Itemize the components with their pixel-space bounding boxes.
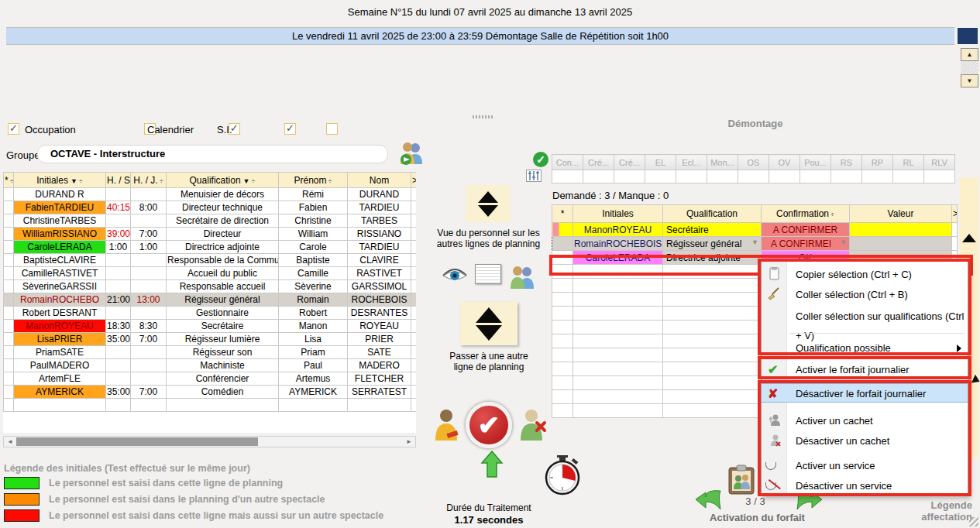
validate-button[interactable]: ✔	[466, 402, 512, 448]
group-people-icon[interactable]	[398, 141, 426, 166]
legend-item: Le personnel est saisi dans cette ligne …	[4, 509, 383, 522]
occupation-label: Occupation	[25, 124, 76, 135]
event-name-title: Démontage	[697, 118, 813, 129]
personnel-table: *÷ Initiales▼÷ H. / S.÷ H. / J.÷ Qualifi…	[3, 172, 416, 433]
filter-icon[interactable]: ▼	[70, 177, 77, 185]
annotation-activate-forfait	[758, 356, 971, 379]
scroll-right-icon[interactable]: ►	[404, 437, 414, 446]
col-confirmation: Confirmation÷	[762, 205, 850, 223]
personnel-hscrollbar[interactable]: ◄ ►	[3, 436, 416, 447]
forfait-counter: 3 / 3	[736, 495, 775, 507]
event-bar-endcap	[958, 28, 978, 44]
si-label: S.I.	[217, 124, 232, 135]
extra-checkbox-1[interactable]	[284, 123, 296, 135]
up-triangle-icon	[478, 191, 498, 203]
annotation-menu-top	[758, 259, 971, 355]
groupe-label: Groupe	[6, 149, 40, 161]
competence-empty-row	[552, 170, 955, 183]
legende-affectation-label: Légende affectation	[899, 499, 972, 523]
calendrier-label: Calendrier	[147, 124, 194, 135]
table-row[interactable]: ArtemFLEConférencierArtemusFLETCHER	[4, 372, 417, 386]
table-row[interactable]: BaptisteCLAVIREResponsable de la CommuBa…	[4, 254, 417, 267]
scroll-left-icon[interactable]: ◄	[5, 437, 15, 446]
table-row[interactable]: ChristineTARBESSecrétaire de directionCh…	[4, 214, 417, 228]
legend-item: Le personnel est saisi dans cette ligne …	[4, 477, 283, 489]
table-row[interactable]: AYMERICK35:007:00ComédienAYMERICKSERRATE…	[4, 386, 417, 399]
affectation-row[interactable]: ManonROYEAU Secrétaire A CONFIRMER	[552, 223, 958, 237]
stopwatch-icon	[543, 455, 582, 495]
table-row-selected[interactable]: RomainROCHEBO21:0013:00Régisseur général…	[4, 293, 417, 307]
scroll-track[interactable]	[961, 61, 978, 74]
planning-list-icon[interactable]	[475, 264, 501, 284]
down-triangle-icon	[478, 205, 498, 217]
table-row-empty	[4, 399, 417, 412]
up-arrow-icon: ▲	[967, 51, 973, 58]
dropdown-icon[interactable]: ▼	[840, 238, 847, 246]
table-row[interactable]: SèverineGARSSIIResponsable accueilSèveri…	[4, 280, 417, 293]
legend-green-swatch	[4, 477, 40, 489]
personnel-table-header[interactable]: *÷ Initiales▼÷ H. / S.÷ H. / J.÷ Qualifi…	[4, 173, 417, 188]
resize-grip-icon[interactable]	[969, 517, 978, 526]
col-qualification: Qualification▼÷	[167, 173, 279, 188]
switch-planning-line-button[interactable]	[460, 302, 518, 345]
col-more[interactable]: >	[952, 205, 958, 223]
sort-icon[interactable]: ÷	[160, 177, 163, 185]
table-row[interactable]: CaroleLERADA1:001:00Directrice adjointeC…	[4, 241, 417, 254]
scroll-up-button[interactable]: ▲	[961, 48, 978, 61]
col-more[interactable]: >	[411, 173, 417, 188]
scroll-down-button[interactable]: ▼	[961, 74, 978, 87]
col-valeur: Valeur	[850, 205, 952, 223]
prev-arrow-icon[interactable]	[695, 488, 721, 511]
top-right-scrollbar[interactable]: ▲ ▼	[961, 48, 978, 87]
clipboard-people-icon[interactable]	[727, 465, 756, 495]
table-row[interactable]: CamilleRASTIVETAccueil du publicCamilleR…	[4, 267, 417, 280]
occupation-checkbox[interactable]	[8, 123, 19, 135]
event-summary-bar: Le vendredi 11 avril 2025 de 23:00 à 23:…	[6, 27, 954, 45]
equalizer-icon[interactable]	[526, 170, 542, 182]
affectation-row-selected[interactable]: RomainROCHEBOIS Régisseur général▼ A CON…	[552, 237, 958, 251]
table-row[interactable]: ManonROYEAU18:308:30SecrétaireManonROYEA…	[4, 320, 417, 333]
col-nom: Nom	[348, 173, 411, 188]
eye-icon[interactable]	[442, 266, 468, 283]
scroll-up-triangle-icon[interactable]	[962, 234, 976, 242]
sort-icon[interactable]: ÷	[252, 177, 256, 185]
splitter-grip[interactable]	[473, 115, 494, 118]
col-star: *÷	[4, 173, 14, 188]
demande-status: Demandé : 3 / Manque : 0	[552, 190, 669, 201]
table-row[interactable]: PriamSATERégisseur sonPriamSATE	[4, 346, 417, 359]
table-row[interactable]: DURAND RMenuisier de décorsRémiDURAND	[4, 188, 417, 201]
affectation-table-header[interactable]: * Initiales Qualification Confirmation÷ …	[552, 205, 958, 223]
page-title: Semaine N°15 du lundi 07 avril 2025 au d…	[0, 6, 980, 18]
annotation-menu-bottom	[758, 380, 971, 496]
legend-red-swatch	[4, 509, 40, 522]
person-deselect-icon[interactable]	[518, 409, 548, 441]
legend-orange-swatch	[4, 493, 40, 506]
table-row[interactable]: LisaPRIER35:007:00Régisseur lumièreLisaP…	[4, 333, 417, 346]
groupe-input[interactable]: OCTAVE - Interstructure	[37, 145, 388, 163]
activation-forfait-label: Activation du forfait	[701, 512, 813, 523]
scroll-thumb[interactable]	[16, 437, 258, 446]
up-arrow-icon[interactable]	[480, 451, 504, 478]
legend-item: Le personnel est saisi dans le planning …	[4, 493, 325, 506]
table-row[interactable]: PaulMADEROMachinistePaulMADERO	[4, 359, 417, 372]
sort-icon[interactable]: ÷	[830, 211, 834, 218]
table-row[interactable]: FabienTARDIEU40:158:00Directeur techniqu…	[4, 201, 417, 214]
down-arrow-icon: ▼	[967, 77, 973, 84]
view-other-lines-button[interactable]	[466, 185, 511, 222]
legend-title: Légende des initiales (Test effectué sur…	[4, 463, 250, 474]
dropdown-icon[interactable]: ▼	[751, 238, 758, 246]
people-icon[interactable]	[508, 265, 538, 290]
ok-status-icon[interactable]: ✓	[533, 152, 548, 167]
sort-icon[interactable]: ÷	[79, 177, 83, 185]
filter-icon[interactable]: ▼	[243, 177, 250, 185]
sort-icon[interactable]: ÷	[10, 177, 14, 185]
competence-header-row[interactable]: Con...Cré...Cré...ELEcl...Mon...OSOVPou.…	[552, 155, 955, 170]
col-star: *	[552, 205, 573, 223]
col-prenom: Prénom÷	[279, 173, 348, 188]
person-remove-icon[interactable]	[432, 409, 461, 441]
table-row[interactable]: Robert DESRANTGestionnaireRobertDESRANTE…	[4, 307, 417, 320]
table-row[interactable]: WilliamRISSIANO39:007:00DirecteurWilliam…	[4, 228, 417, 241]
sort-icon[interactable]: ÷	[328, 177, 332, 185]
extra-checkbox-2[interactable]	[326, 123, 338, 135]
up-triangle-icon	[476, 307, 502, 323]
